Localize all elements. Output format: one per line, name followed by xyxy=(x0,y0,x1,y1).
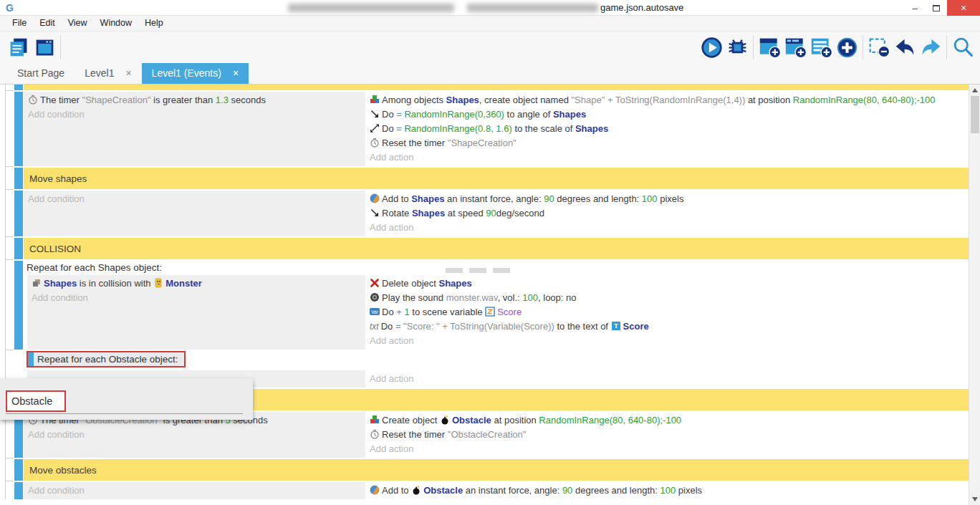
sound-icon xyxy=(370,291,380,305)
minimize-button[interactable]: – xyxy=(904,0,926,16)
text-segment: RandomInRange(80, 640-80);-100 xyxy=(539,415,681,425)
tab-close-icon[interactable]: × xyxy=(125,67,131,79)
add-action[interactable]: Add action xyxy=(370,221,964,235)
text-segment: Do xyxy=(382,307,396,317)
comment-label[interactable]: Move shapes xyxy=(24,168,969,189)
comment-label[interactable]: Move obstacles xyxy=(24,459,969,481)
angle-icon xyxy=(370,107,380,122)
menu-help[interactable]: Help xyxy=(138,16,170,31)
physics-icon xyxy=(370,484,380,498)
repeat-header-label: Repeat for each Obstacle object: xyxy=(34,352,184,366)
menu-edit[interactable]: Edit xyxy=(33,16,62,31)
action-line[interactable]: Among objects Shapes, create object name… xyxy=(370,93,964,107)
tab-close-icon[interactable]: × xyxy=(233,67,239,79)
angle-icon xyxy=(370,206,380,221)
scroll-up-arrow-icon[interactable] xyxy=(972,88,978,92)
menu-view[interactable]: View xyxy=(62,16,94,31)
scroll-down-arrow-icon[interactable] xyxy=(972,497,978,501)
tab-level1-events-[interactable]: Level1 (Events)× xyxy=(142,62,249,84)
action-line[interactable]: txtDo = "Score: " + ToString(Variable(Sc… xyxy=(370,319,964,334)
add-event-icon[interactable] xyxy=(756,34,782,60)
comment-row-partial[interactable] xyxy=(14,85,969,90)
action-line[interactable]: Add to Shapes an instant force, angle: 9… xyxy=(370,192,964,206)
add-comment-icon[interactable] xyxy=(808,34,834,60)
maximize-button[interactable] xyxy=(926,0,947,16)
add-new-icon[interactable] xyxy=(834,34,860,60)
toolbar-divider xyxy=(753,35,754,59)
redo-icon[interactable] xyxy=(918,34,943,60)
tab-level1[interactable]: Level1× xyxy=(75,62,141,84)
event-drag-handle[interactable] xyxy=(493,268,510,273)
menu-bar: FileEditViewWindowHelp xyxy=(0,16,980,32)
text-segment: at position xyxy=(745,95,793,105)
condition-line[interactable]: Shapes is in collision with Monster xyxy=(32,276,361,291)
conditions-column[interactable]: Add condition xyxy=(24,482,365,499)
search-icon[interactable] xyxy=(950,34,976,60)
action-line[interactable]: Rotate Shapes at speed 90deg/second xyxy=(370,206,964,221)
conditions-column[interactable]: Shapes is in collision with MonsterAdd c… xyxy=(27,275,365,350)
comment-body[interactable] xyxy=(24,85,969,90)
object-name: Shapes xyxy=(44,278,77,289)
add-action[interactable]: Add action xyxy=(370,334,964,348)
undo-icon[interactable] xyxy=(892,34,918,60)
add-action[interactable]: Add action xyxy=(370,150,964,165)
action-line[interactable]: Reset the timer "ShapeCreation" xyxy=(370,136,964,150)
actions-column[interactable]: Create object Obstacle at position Rando… xyxy=(365,412,969,458)
repeat-header[interactable]: Repeat for each Obstacle object: xyxy=(24,351,969,370)
add-condition[interactable]: Add condition xyxy=(32,291,361,305)
object-name: Obstacle xyxy=(423,485,463,496)
event-row[interactable]: Add conditionAdd to Shapes an instant fo… xyxy=(14,191,969,236)
unselect-icon[interactable] xyxy=(866,34,892,60)
menu-file[interactable]: File xyxy=(6,16,33,31)
add-subevent-icon[interactable] xyxy=(782,34,808,60)
repeat-event-row[interactable]: Repeat for each Shapes object:Shapes is … xyxy=(14,261,969,350)
actions-column[interactable]: Delete object ShapesPlay the sound monst… xyxy=(365,275,969,350)
actions-column[interactable]: Add action xyxy=(365,370,969,388)
action-line[interactable]: Delete object Shapes xyxy=(370,276,964,291)
comment-label[interactable]: COLLISION xyxy=(24,238,969,259)
conditions-column[interactable]: Add condition xyxy=(24,191,365,236)
text-segment: , create object named xyxy=(479,95,572,105)
event-drag-handle[interactable] xyxy=(446,268,463,273)
object-name-input[interactable] xyxy=(6,390,66,412)
add-condition[interactable]: Add condition xyxy=(28,192,361,206)
event-row[interactable]: Add conditionAdd to Obstacle an instant … xyxy=(14,482,969,499)
action-line[interactable]: Play the sound monster.wav, vol.: 100, l… xyxy=(370,291,964,305)
action-line[interactable]: Do = RandomInRange(0,360) to angle of Sh… xyxy=(370,107,964,122)
action-line[interactable]: Add to Obstacle an instant force, angle:… xyxy=(370,484,964,498)
action-line[interactable]: Do = RandomInRange(0.8, 1.6) to the scal… xyxy=(370,122,964,136)
scrollbar-thumb[interactable] xyxy=(971,96,979,133)
action-line[interactable]: Create object Obstacle at position Rando… xyxy=(370,413,964,428)
toolbar xyxy=(0,32,980,63)
action-line[interactable]: Reset the timer "ObstacleCreation" xyxy=(370,428,964,442)
menu-window[interactable]: Window xyxy=(94,16,138,31)
add-condition[interactable]: Add condition xyxy=(28,107,361,122)
window-icon[interactable] xyxy=(32,34,57,60)
add-condition[interactable]: Add condition xyxy=(28,484,361,498)
add-condition[interactable]: Add condition xyxy=(28,428,361,442)
actions-column[interactable]: Add to Shapes an instant force, angle: 9… xyxy=(365,191,969,236)
text-segment: "ShapeCreation" xyxy=(448,138,517,148)
add-action[interactable]: Add action xyxy=(370,442,964,456)
comment-row[interactable]: Move shapes xyxy=(14,168,969,189)
textobj-icon: T xyxy=(611,319,621,334)
tab-start-page[interactable]: Start Page xyxy=(7,62,75,84)
condition-line[interactable]: The timer "ShapeCreation" is greater tha… xyxy=(28,93,361,107)
event-drag-handle[interactable] xyxy=(469,268,486,273)
text-segment: is in collision with xyxy=(77,278,153,289)
close-button[interactable]: × xyxy=(947,0,980,16)
conditions-column[interactable]: The timer "ShapeCreation" is greater tha… xyxy=(24,92,365,166)
event-row[interactable]: The timer "ShapeCreation" is greater tha… xyxy=(14,92,969,166)
action-line[interactable]: VarDo + 1 to scene variable Score xyxy=(370,305,964,319)
play-icon[interactable] xyxy=(698,34,724,60)
actions-column[interactable]: Add to Obstacle an instant force, angle:… xyxy=(365,482,969,499)
comment-row[interactable]: Move obstacles xyxy=(14,459,969,481)
documents-icon[interactable] xyxy=(6,34,32,60)
vertical-scrollbar[interactable] xyxy=(969,85,980,505)
selection-highlight[interactable]: Repeat for each Obstacle object: xyxy=(27,351,186,367)
add-action[interactable]: Add action xyxy=(370,372,964,386)
object-name: Monster xyxy=(165,278,202,289)
comment-row[interactable]: COLLISION xyxy=(14,238,969,259)
actions-column[interactable]: Among objects Shapes, create object name… xyxy=(365,92,969,166)
debug-icon[interactable] xyxy=(724,34,750,60)
